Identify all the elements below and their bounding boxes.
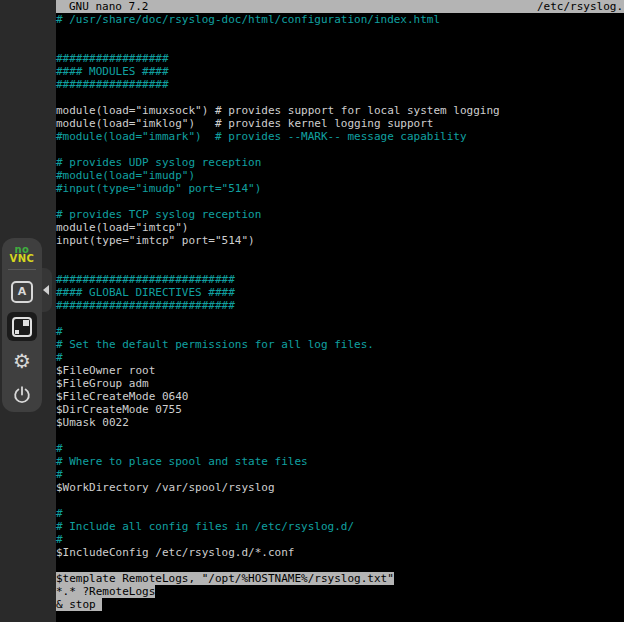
terminal-line: $template RemoteLogs, "/opt/%HOSTNAME%/r… (56, 572, 624, 585)
terminal-line: input(type="imtcp" port="514") (56, 234, 624, 247)
terminal-line (56, 26, 624, 39)
terminal-line: # Where to place spool and state files (56, 455, 624, 468)
terminal-line: module(load="imuxsock") # provides suppo… (56, 104, 624, 117)
nano-edit-buffer[interactable]: # /usr/share/doc/rsyslog-doc/html/config… (56, 13, 624, 622)
terminal-line: module(load="imtcp") (56, 221, 624, 234)
terminal-line: # (56, 325, 624, 338)
gear-icon: ⚙ (13, 351, 31, 371)
toolbar-divider (8, 269, 36, 270)
terminal-line: # (56, 468, 624, 481)
collapse-left-icon (43, 285, 49, 295)
terminal-line (56, 611, 624, 622)
terminal-line: $Umask 0022 (56, 416, 624, 429)
nano-titlebar: GNU nano 7.2 /etc/rsyslog. (56, 0, 624, 13)
power-button[interactable] (8, 381, 36, 409)
terminal-line (56, 143, 624, 156)
power-icon (12, 385, 32, 405)
terminal-line: #module(load="imudp") (56, 169, 624, 182)
terminal-line (56, 429, 624, 442)
terminal-line: $FileGroup adm (56, 377, 624, 390)
terminal-line (56, 494, 624, 507)
terminal-line: #### GLOBAL DIRECTIVES #### (56, 286, 624, 299)
terminal-line (56, 312, 624, 325)
terminal-line (56, 247, 624, 260)
terminal-line: ################# (56, 78, 624, 91)
boxed-A-icon: A (11, 281, 33, 303)
terminal-line: #module(load="immark") # provides --MARK… (56, 130, 624, 143)
terminal-line: module(load="imklog") # provides kernel … (56, 117, 624, 130)
terminal-line: #### MODULES #### (56, 65, 624, 78)
terminal-line: # provides TCP syslog reception (56, 208, 624, 221)
terminal-line: # (56, 507, 624, 520)
terminal-line: # (56, 442, 624, 455)
nano-filename-label: /etc/rsyslog. (537, 0, 624, 13)
terminal-line: # provides UDP syslog reception (56, 156, 624, 169)
terminal-line: *.* ?RemoteLogs (56, 585, 624, 598)
novnc-logo: no VNC (10, 245, 35, 263)
expand-icon (12, 317, 32, 337)
terminal-line: # (56, 533, 624, 546)
terminal-line (56, 91, 624, 104)
vnc-terminal-screen[interactable]: GNU nano 7.2 /etc/rsyslog. # /usr/share/… (56, 0, 624, 622)
nano-version-label: GNU nano 7.2 (56, 0, 148, 13)
terminal-line: # Set the default permissions for all lo… (56, 338, 624, 351)
settings-button[interactable]: ⚙ (8, 347, 36, 375)
vnc-control-bar: no VNC A ⚙ (2, 238, 42, 412)
novnc-logo-vnc: VNC (10, 254, 35, 263)
terminal-line (56, 195, 624, 208)
terminal-line: ################# (56, 52, 624, 65)
terminal-line: ########################### (56, 273, 624, 286)
fullscreen-button[interactable] (7, 312, 37, 342)
terminal-line: $FileCreateMode 0640 (56, 390, 624, 403)
clipboard-button[interactable]: A (8, 278, 36, 306)
terminal-line (56, 559, 624, 572)
terminal-line (56, 39, 624, 52)
terminal-line: $WorkDirectory /var/spool/rsyslog (56, 481, 624, 494)
terminal-line: # (56, 351, 624, 364)
terminal-line: $FileOwner root (56, 364, 624, 377)
terminal-line: # Include all config files in /etc/rsysl… (56, 520, 624, 533)
terminal-line: & stop (56, 598, 624, 611)
terminal-line (56, 260, 624, 273)
terminal-line: # /usr/share/doc/rsyslog-doc/html/config… (56, 13, 624, 26)
terminal-line: #input(type="imudp" port="514") (56, 182, 624, 195)
terminal-line: $DirCreateMode 0755 (56, 403, 624, 416)
terminal-line: $IncludeConfig /etc/rsyslog.d/*.conf (56, 546, 624, 559)
terminal-line: ########################### (56, 299, 624, 312)
